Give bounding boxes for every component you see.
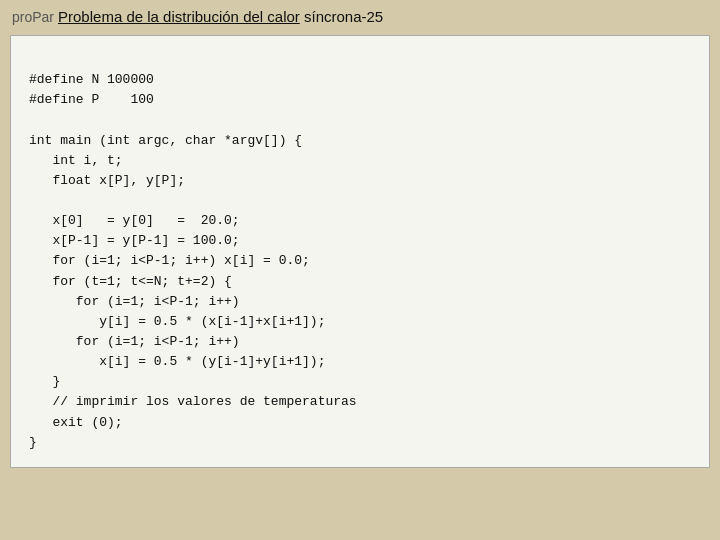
code-line: for (i=1; i<P-1; i++)	[29, 292, 691, 312]
code-line: for (t=1; t<=N; t+=2) {	[29, 272, 691, 292]
code-line: y[i] = 0.5 * (x[i-1]+x[i+1]);	[29, 312, 691, 332]
code-line	[29, 191, 691, 211]
code-line: int main (int argc, char *argv[]) {	[29, 131, 691, 151]
code-line: x[P-1] = y[P-1] = 100.0;	[29, 231, 691, 251]
code-line: x[i] = 0.5 * (y[i-1]+y[i+1]);	[29, 352, 691, 372]
header-title-underlined: Problema de la distribución del calor	[58, 8, 300, 25]
code-line: for (i=1; i<P-1; i++) x[i] = 0.0;	[29, 251, 691, 271]
code-line: float x[P], y[P];	[29, 171, 691, 191]
header-prefix: proPar	[12, 9, 54, 25]
code-line: for (i=1; i<P-1; i++)	[29, 332, 691, 352]
header-title: Problema de la distribución del calor sí…	[58, 8, 383, 25]
code-line: int i, t;	[29, 151, 691, 171]
code-line: }	[29, 372, 691, 392]
code-block: #define N 100000#define P 100 int main (…	[10, 35, 710, 468]
code-line: #define P 100	[29, 90, 691, 110]
code-line: #define N 100000	[29, 70, 691, 90]
code-line: }	[29, 433, 691, 453]
code-line: x[0] = y[0] = 20.0;	[29, 211, 691, 231]
code-line	[29, 110, 691, 130]
code-line: exit (0);	[29, 413, 691, 433]
code-line: // imprimir los valores de temperaturas	[29, 392, 691, 412]
page-header: proPar Problema de la distribución del c…	[0, 0, 720, 31]
header-title-suffix: síncrona-25	[300, 8, 383, 25]
